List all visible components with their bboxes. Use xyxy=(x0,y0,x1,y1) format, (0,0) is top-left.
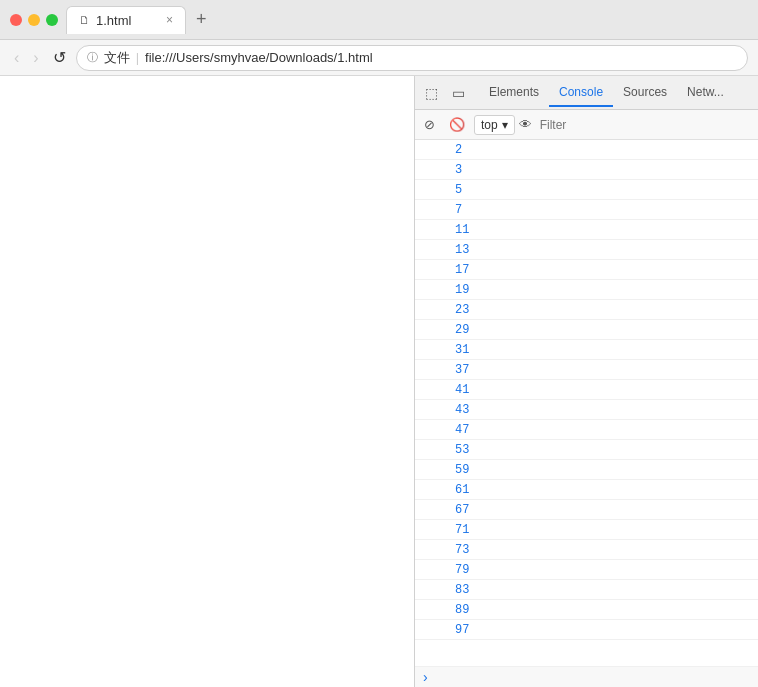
filter-icon: 🚫 xyxy=(449,117,465,132)
console-value[interactable]: 97 xyxy=(415,623,495,637)
console-row: 17 xyxy=(415,260,758,280)
tab-elements[interactable]: Elements xyxy=(479,79,549,107)
address-bar[interactable]: ⓘ 文件 | file:///Users/smyhvae/Downloads/1… xyxy=(76,45,748,71)
console-toolbar: ⊘ 🚫 top ▾ 👁 xyxy=(415,110,758,140)
console-value[interactable]: 5 xyxy=(415,183,495,197)
console-value[interactable]: 37 xyxy=(415,363,495,377)
console-value[interactable]: 53 xyxy=(415,443,495,457)
tab-sources[interactable]: Sources xyxy=(613,79,677,107)
tab-network[interactable]: Netw... xyxy=(677,79,734,107)
url-text: file:///Users/smyhvae/Downloads/1.html xyxy=(145,50,373,65)
inspect-icon: ⬚ xyxy=(425,85,438,101)
device-icon: ▭ xyxy=(452,85,465,101)
console-row: 43 xyxy=(415,400,758,420)
console-row: 11 xyxy=(415,220,758,240)
console-row: 47 xyxy=(415,420,758,440)
context-selector[interactable]: top ▾ xyxy=(474,115,515,135)
console-value[interactable]: 19 xyxy=(415,283,495,297)
console-row: 79 xyxy=(415,560,758,580)
console-prompt[interactable]: › xyxy=(415,666,758,687)
console-row: 41 xyxy=(415,380,758,400)
console-value[interactable]: 7 xyxy=(415,203,495,217)
console-value[interactable]: 67 xyxy=(415,503,495,517)
address-divider: | xyxy=(136,50,139,65)
console-row: 67 xyxy=(415,500,758,520)
console-value[interactable]: 59 xyxy=(415,463,495,477)
new-tab-button[interactable]: + xyxy=(190,7,213,32)
console-value[interactable]: 31 xyxy=(415,343,495,357)
inspect-element-button[interactable]: ⬚ xyxy=(419,81,444,105)
console-value[interactable]: 43 xyxy=(415,403,495,417)
console-output: 2357111317192329313741434753596167717379… xyxy=(415,140,758,666)
devtools-tab-bar: ⬚ ▭ Elements Console Sources Netw... xyxy=(415,76,758,110)
console-row: 29 xyxy=(415,320,758,340)
console-row: 59 xyxy=(415,460,758,480)
browser-tab[interactable]: 🗋 1.html × xyxy=(66,6,186,34)
console-row: 73 xyxy=(415,540,758,560)
back-button[interactable]: ‹ xyxy=(10,47,23,69)
console-row: 7 xyxy=(415,200,758,220)
back-icon: ‹ xyxy=(14,49,19,67)
console-row: 2 xyxy=(415,140,758,160)
console-value[interactable]: 13 xyxy=(415,243,495,257)
clear-console-button[interactable]: ⊘ xyxy=(419,114,440,135)
address-text: 文件 xyxy=(104,49,130,67)
console-value[interactable]: 3 xyxy=(415,163,495,177)
console-value[interactable]: 71 xyxy=(415,523,495,537)
tab-file-icon: 🗋 xyxy=(79,14,90,26)
console-row: 53 xyxy=(415,440,758,460)
console-value[interactable]: 23 xyxy=(415,303,495,317)
console-row: 5 xyxy=(415,180,758,200)
forward-icon: › xyxy=(33,49,38,67)
console-row: 31 xyxy=(415,340,758,360)
main-area: ⬚ ▭ Elements Console Sources Netw... xyxy=(0,76,758,687)
console-row: 13 xyxy=(415,240,758,260)
title-bar: 🗋 1.html × + xyxy=(0,0,758,40)
reload-button[interactable]: ↺ xyxy=(49,46,70,69)
console-value[interactable]: 2 xyxy=(415,143,495,157)
devtools-icon-buttons: ⬚ ▭ xyxy=(419,81,471,105)
console-value[interactable]: 83 xyxy=(415,583,495,597)
console-row: 23 xyxy=(415,300,758,320)
page-content xyxy=(0,76,414,687)
forward-button[interactable]: › xyxy=(29,47,42,69)
console-value[interactable]: 79 xyxy=(415,563,495,577)
nav-bar: ‹ › ↺ ⓘ 文件 | file:///Users/smyhvae/Downl… xyxy=(0,40,758,76)
prompt-arrow-icon: › xyxy=(423,669,428,685)
tab-title: 1.html xyxy=(96,13,131,28)
console-row: 19 xyxy=(415,280,758,300)
maximize-traffic-light[interactable] xyxy=(46,14,58,26)
console-value[interactable]: 61 xyxy=(415,483,495,497)
tab-console[interactable]: Console xyxy=(549,79,613,107)
minimize-traffic-light[interactable] xyxy=(28,14,40,26)
console-row: 83 xyxy=(415,580,758,600)
console-row: 61 xyxy=(415,480,758,500)
console-value[interactable]: 89 xyxy=(415,603,495,617)
tab-close-button[interactable]: × xyxy=(166,13,173,27)
console-value[interactable]: 47 xyxy=(415,423,495,437)
eye-icon[interactable]: 👁 xyxy=(519,117,532,132)
context-value: top xyxy=(481,118,498,132)
console-value[interactable]: 17 xyxy=(415,263,495,277)
console-row: 3 xyxy=(415,160,758,180)
console-value[interactable]: 29 xyxy=(415,323,495,337)
console-row: 89 xyxy=(415,600,758,620)
console-value[interactable]: 41 xyxy=(415,383,495,397)
close-traffic-light[interactable] xyxy=(10,14,22,26)
clear-icon: ⊘ xyxy=(424,117,435,132)
device-toolbar-button[interactable]: ▭ xyxy=(446,81,471,105)
filter-button[interactable]: 🚫 xyxy=(444,114,470,135)
dropdown-arrow-icon: ▾ xyxy=(502,118,508,132)
reload-icon: ↺ xyxy=(53,48,66,67)
console-row: 37 xyxy=(415,360,758,380)
devtools-panel: ⬚ ▭ Elements Console Sources Netw... xyxy=(414,76,758,687)
tab-bar: 🗋 1.html × + xyxy=(66,6,748,34)
info-icon: ⓘ xyxy=(87,50,98,65)
console-row: 71 xyxy=(415,520,758,540)
console-value[interactable]: 73 xyxy=(415,543,495,557)
filter-input[interactable] xyxy=(536,118,754,132)
traffic-lights xyxy=(10,14,58,26)
console-value[interactable]: 11 xyxy=(415,223,495,237)
console-row: 97 xyxy=(415,620,758,640)
